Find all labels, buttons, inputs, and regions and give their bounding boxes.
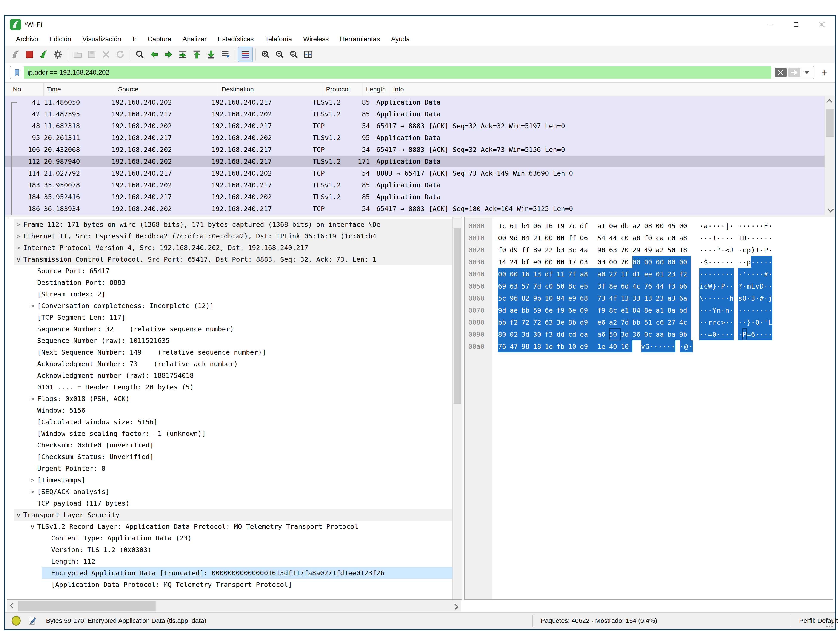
collapse-arrow-icon[interactable]: v bbox=[14, 253, 23, 265]
hex-row-0060[interactable]: 00605c96829b1094e968734f13331323a36a\···… bbox=[464, 292, 833, 304]
scrollbar-thumb[interactable] bbox=[826, 109, 834, 137]
detail-line[interactable]: Urgent Pointer: 0 bbox=[7, 463, 453, 474]
detail-line[interactable]: [Stream index: 2] bbox=[7, 288, 453, 300]
packet-row-184[interactable]: 18435.952416192.168.240.217192.168.240.2… bbox=[5, 191, 824, 203]
maximize-button[interactable] bbox=[783, 16, 809, 33]
resize-columns-button[interactable] bbox=[301, 47, 315, 62]
scroll-up-arrow-icon[interactable] bbox=[825, 96, 835, 106]
hex-row-0010[interactable]: 0010009d04210000ff065444c0a8f0cac0a8···!… bbox=[464, 232, 833, 244]
detail-line[interactable]: [Window size scaling factor: -1 (unknown… bbox=[7, 428, 453, 439]
detail-line[interactable]: [Application Data Protocol: MQ Telemetry… bbox=[7, 579, 453, 590]
hex-row-0090[interactable]: 009080023d30f3ddcdeaa6503d360caaba9b··=0… bbox=[464, 328, 833, 340]
detail-line[interactable]: Sequence Number: 32 (relative sequence n… bbox=[7, 323, 453, 335]
display-filter-input[interactable]: ip.addr == 192.168.240.202 bbox=[24, 66, 771, 79]
detail-line[interactable]: Acknowledgment number (raw): 1881754018 bbox=[7, 370, 453, 381]
detail-line[interactable]: Version: TLS 1.2 (0x0303) bbox=[7, 544, 453, 555]
detail-line[interactable]: >[SEQ/ACK analysis] bbox=[7, 486, 453, 497]
filter-apply-button[interactable] bbox=[788, 68, 801, 77]
menu-visualizacion[interactable]: Visualización bbox=[77, 33, 127, 45]
packet-row-186[interactable]: 18636.183934192.168.240.202192.168.240.2… bbox=[5, 203, 824, 215]
packet-bytes-pane[interactable]: 00001c61b40616197cdfa10edba208004500·a··… bbox=[464, 217, 833, 600]
menu-wireless[interactable]: Wireless bbox=[298, 33, 335, 45]
expert-info-icon[interactable] bbox=[12, 616, 21, 626]
detail-line[interactable]: >Frame 112: 171 bytes on wire (1368 bits… bbox=[7, 218, 453, 230]
column-header-length[interactable]: Length bbox=[363, 82, 390, 96]
hex-row-0030[interactable]: 00301424bfe0000017030300700000000000·$··… bbox=[464, 256, 833, 268]
detail-line[interactable]: Source Port: 65417 bbox=[7, 265, 453, 277]
scroll-down-arrow-icon[interactable] bbox=[825, 205, 835, 215]
menu-archivo[interactable]: Archivo bbox=[10, 33, 44, 45]
details-horizontal-scrollbar[interactable] bbox=[7, 600, 461, 612]
close-file-button[interactable] bbox=[99, 47, 113, 62]
packet-row-48[interactable]: 4811.682318192.168.240.202192.168.240.21… bbox=[5, 120, 824, 132]
detail-line[interactable]: Length: 112 bbox=[7, 555, 453, 567]
column-header-info[interactable]: Info bbox=[390, 82, 404, 96]
save-file-button[interactable] bbox=[85, 47, 99, 62]
expand-arrow-icon[interactable]: > bbox=[14, 218, 23, 230]
scroll-right-arrow-icon[interactable] bbox=[450, 600, 461, 612]
column-header-time[interactable]: Time bbox=[44, 82, 115, 96]
menu-edicion[interactable]: Edición bbox=[44, 33, 77, 45]
detail-line[interactable]: >Ethernet II, Src: Espressif_0e:db:a2 (7… bbox=[7, 230, 453, 242]
packet-row-41[interactable]: 4111.486050192.168.240.202192.168.240.21… bbox=[5, 96, 824, 108]
packet-list-vertical-scrollbar[interactable] bbox=[824, 96, 835, 215]
packet-row-106[interactable]: 10620.432068192.168.240.202192.168.240.2… bbox=[5, 144, 824, 155]
menu-ayuda[interactable]: Ayuda bbox=[385, 33, 415, 45]
capture-comment-icon[interactable] bbox=[27, 615, 37, 628]
minimize-button[interactable] bbox=[758, 16, 783, 33]
filter-clear-button[interactable] bbox=[775, 68, 787, 77]
column-header-source[interactable]: Source bbox=[115, 82, 218, 96]
expand-arrow-icon[interactable]: > bbox=[28, 300, 37, 312]
go-to-packet-button[interactable] bbox=[175, 47, 189, 62]
colorize-packets-button[interactable] bbox=[238, 47, 253, 62]
column-header-destination[interactable]: Destination bbox=[218, 82, 323, 96]
packet-row-112[interactable]: 11220.987940192.168.240.202192.168.240.2… bbox=[5, 155, 824, 168]
expand-arrow-icon[interactable]: > bbox=[28, 474, 37, 486]
detail-line[interactable]: [TCP Segment Len: 117] bbox=[7, 312, 453, 323]
detail-line[interactable]: Window: 5156 bbox=[7, 405, 453, 416]
detail-line[interactable]: >[Conversation completeness: Incomplete … bbox=[7, 300, 453, 312]
hex-row-00a0[interactable]: 00a0764798181efb10e91e4010vG·······@· bbox=[464, 340, 833, 353]
menu-analizar[interactable]: Analizar bbox=[177, 33, 212, 45]
detail-line[interactable]: vTransport Layer Security bbox=[7, 509, 453, 520]
auto-scroll-button[interactable] bbox=[218, 47, 232, 62]
detail-line[interactable]: >Internet Protocol Version 4, Src: 192.1… bbox=[7, 242, 453, 253]
detail-line[interactable]: Acknowledgment Number: 73 (relative ack … bbox=[7, 358, 453, 370]
menu-ir[interactable]: Ir bbox=[127, 33, 142, 45]
hex-row-0070[interactable]: 00709daebb596ef96e09f98ce1848ea18abd···Y… bbox=[464, 304, 833, 316]
scroll-left-arrow-icon[interactable] bbox=[7, 600, 17, 612]
details-vertical-scrollbar[interactable] bbox=[453, 217, 461, 599]
detail-line[interactable]: vTransmission Control Protocol, Src Port… bbox=[7, 253, 453, 265]
hex-row-0020[interactable]: 0020f0d9ff8922b33c4a9863702949a25018····… bbox=[464, 244, 833, 256]
menu-herramientas[interactable]: Herramientas bbox=[335, 33, 385, 45]
column-header-no[interactable]: No. bbox=[5, 82, 44, 96]
detail-line[interactable]: Destination Port: 8883 bbox=[7, 277, 453, 288]
start-capture-button[interactable] bbox=[8, 47, 22, 62]
scrollbar-thumb[interactable] bbox=[453, 228, 461, 404]
stop-capture-button[interactable] bbox=[22, 47, 36, 62]
detail-line[interactable]: TCP payload (117 bytes) bbox=[7, 497, 453, 509]
filter-bookmark-button[interactable] bbox=[10, 66, 24, 79]
collapse-arrow-icon[interactable]: v bbox=[28, 520, 37, 532]
go-back-button[interactable] bbox=[147, 47, 161, 62]
hex-row-0040[interactable]: 004000001613df117fa8a0271fd1ee0123f2····… bbox=[464, 268, 833, 280]
resize-grip[interactable] bbox=[825, 619, 833, 627]
filter-add-button[interactable]: + bbox=[817, 66, 831, 79]
reload-file-button[interactable] bbox=[113, 47, 127, 62]
expand-arrow-icon[interactable]: > bbox=[14, 230, 23, 242]
packet-row-42[interactable]: 4211.487595192.168.240.217192.168.240.20… bbox=[5, 108, 824, 120]
close-button[interactable] bbox=[809, 16, 835, 33]
collapse-arrow-icon[interactable]: v bbox=[14, 509, 23, 520]
packet-row-95[interactable]: 9520.261311192.168.240.217192.168.240.20… bbox=[5, 132, 824, 144]
menu-estadisticas[interactable]: Estadísticas bbox=[212, 33, 259, 45]
detail-line[interactable]: Checksum: 0xbfe0 [unverified] bbox=[7, 439, 453, 451]
capture-options-button[interactable] bbox=[51, 47, 65, 62]
open-file-button[interactable] bbox=[71, 47, 85, 62]
hex-row-0000[interactable]: 00001c61b40616197cdfa10edba208004500·a··… bbox=[464, 220, 833, 232]
hex-row-0050[interactable]: 00506963577dc0508ceb3f8e6d4c7644f3b6icW}… bbox=[464, 280, 833, 292]
zoom-out-button[interactable] bbox=[273, 47, 287, 62]
detail-line[interactable]: [Next Sequence Number: 149 (relative seq… bbox=[7, 346, 453, 358]
hex-row-0080[interactable]: 0080bbf27272633e8bd9e6a27dbb51c6274c··rr… bbox=[464, 316, 833, 328]
go-forward-button[interactable] bbox=[161, 47, 175, 62]
detail-line[interactable]: >Flags: 0x018 (PSH, ACK) bbox=[7, 393, 453, 405]
